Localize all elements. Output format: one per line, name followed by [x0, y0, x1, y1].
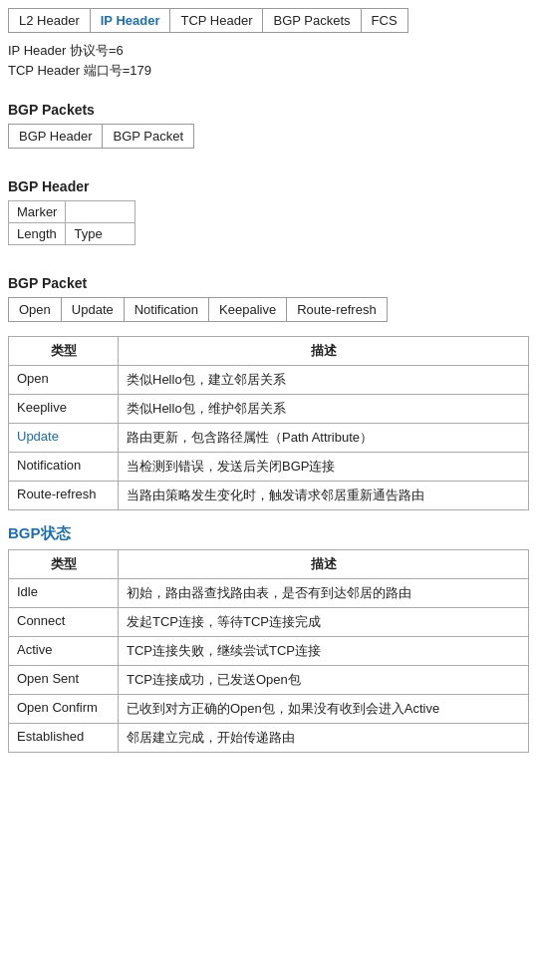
- packet-table-header-type: 类型: [9, 337, 119, 366]
- status-row-0-type: Idle: [9, 579, 119, 608]
- bgp-packet-title: BGP Packet: [8, 275, 529, 291]
- sub-tab-bgp-packet[interactable]: BGP Packet: [102, 124, 194, 149]
- bgp-header-marker-val: [66, 201, 135, 223]
- packet-keepalive[interactable]: Keepalive: [208, 297, 287, 322]
- bgp-packets-title: BGP Packets: [8, 102, 529, 118]
- packet-notification[interactable]: Notification: [124, 297, 209, 322]
- status-table: 类型 描述 Idle 初始，路由器查找路由表，是否有到达邻居的路由 Connec…: [8, 549, 529, 753]
- bgp-header-marker: Marker: [9, 201, 66, 223]
- status-row-2-type: Active: [9, 637, 119, 666]
- table-row: Connect 发起TCP连接，等待TCP连接完成: [9, 608, 529, 637]
- packet-row-4-type: Route-refresh: [9, 482, 119, 510]
- status-row-3-type: Open Sent: [9, 666, 119, 695]
- status-row-5-type: Established: [9, 724, 119, 753]
- status-row-4-desc: 已收到对方正确的Open包，如果没有收到会进入Active: [119, 695, 529, 724]
- packet-row-3-desc: 当检测到错误，发送后关闭BGP连接: [119, 453, 529, 482]
- bgp-sub-tab-bar: BGP Header BGP Packet: [8, 124, 529, 149]
- table-row: Idle 初始，路由器查找路由表，是否有到达邻居的路由: [9, 579, 529, 608]
- status-row-1-type: Connect: [9, 608, 119, 637]
- packet-row-2-desc: 路由更新，包含路径属性（Path Attribute）: [119, 424, 529, 453]
- status-row-2-desc: TCP连接失败，继续尝试TCP连接: [119, 637, 529, 666]
- table-row: Route-refresh 当路由策略发生变化时，触发请求邻居重新通告路由: [9, 482, 529, 510]
- status-row-4-type: Open Confirm: [9, 695, 119, 724]
- packet-row-0-desc: 类似Hello包，建立邻居关系: [119, 366, 529, 395]
- packet-row-4-desc: 当路由策略发生变化时，触发请求邻居重新通告路由: [119, 482, 529, 510]
- main-tab-bar: L2 Header IP Header TCP Header BGP Packe…: [8, 8, 529, 32]
- packet-row-1-desc: 类似Hello包，维护邻居关系: [119, 395, 529, 424]
- table-row: Active TCP连接失败，继续尝试TCP连接: [9, 637, 529, 666]
- table-row: Open 类似Hello包，建立邻居关系: [9, 366, 529, 395]
- tab-bgp-packets[interactable]: BGP Packets: [262, 8, 361, 33]
- table-row: Open Confirm 已收到对方正确的Open包，如果没有收到会进入Acti…: [9, 695, 529, 724]
- bgp-header-type: Type: [66, 223, 135, 245]
- status-row-0-desc: 初始，路由器查找路由表，是否有到达邻居的路由: [119, 579, 529, 608]
- packet-table-header-desc: 描述: [119, 337, 529, 366]
- tab-l2-header[interactable]: L2 Header: [8, 8, 91, 33]
- tab-tcp-header[interactable]: TCP Header: [169, 8, 263, 33]
- packet-open[interactable]: Open: [8, 297, 62, 322]
- bgp-header-title: BGP Header: [8, 178, 529, 194]
- packet-row-1-type: Keeplive: [9, 395, 119, 424]
- bgp-packet-bar: Open Update Notification Keepalive Route…: [8, 297, 529, 322]
- status-row-1-desc: 发起TCP连接，等待TCP连接完成: [119, 608, 529, 637]
- packet-update[interactable]: Update: [61, 297, 125, 322]
- ip-header-info: IP Header 协议号=6: [8, 42, 529, 60]
- table-row: Update 路由更新，包含路径属性（Path Attribute）: [9, 424, 529, 453]
- bgp-status-title: BGP状态: [8, 524, 529, 543]
- packet-row-2-type: Update: [9, 424, 119, 453]
- tcp-header-info: TCP Header 端口号=179: [8, 62, 529, 80]
- tab-fcs[interactable]: FCS: [361, 8, 408, 33]
- tab-ip-header[interactable]: IP Header: [90, 8, 171, 33]
- table-row: Established 邻居建立完成，开始传递路由: [9, 724, 529, 753]
- table-row: Open Sent TCP连接成功，已发送Open包: [9, 666, 529, 695]
- status-table-header-type: 类型: [9, 550, 119, 579]
- bgp-header-table: Marker Length Type: [8, 200, 135, 245]
- table-row: Notification 当检测到错误，发送后关闭BGP连接: [9, 453, 529, 482]
- packet-row-3-type: Notification: [9, 453, 119, 482]
- packet-row-0-type: Open: [9, 366, 119, 395]
- sub-tab-bgp-header[interactable]: BGP Header: [8, 124, 103, 149]
- status-row-3-desc: TCP连接成功，已发送Open包: [119, 666, 529, 695]
- status-row-5-desc: 邻居建立完成，开始传递路由: [119, 724, 529, 753]
- bgp-header-length: Length: [9, 223, 66, 245]
- table-row: Keeplive 类似Hello包，维护邻居关系: [9, 395, 529, 424]
- status-table-header-desc: 描述: [119, 550, 529, 579]
- packet-type-table: 类型 描述 Open 类似Hello包，建立邻居关系 Keeplive 类似He…: [8, 336, 529, 510]
- packet-route-refresh[interactable]: Route-refresh: [286, 297, 387, 322]
